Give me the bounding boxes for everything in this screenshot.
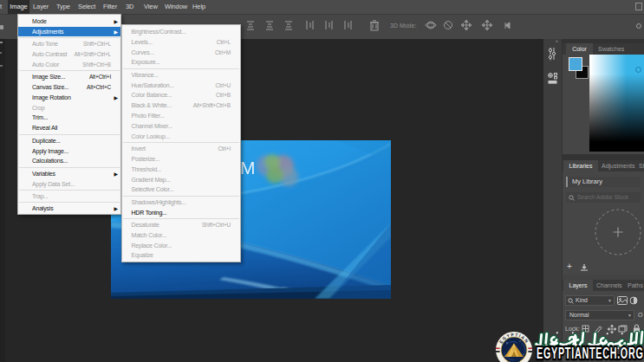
svg-text:EGYPTIANTECH.ORG: EGYPTIANTECH.ORG [537,345,644,361]
svg-text:3D Mode:: 3D Mode: [390,23,416,29]
svg-text:M: M [240,158,256,178]
